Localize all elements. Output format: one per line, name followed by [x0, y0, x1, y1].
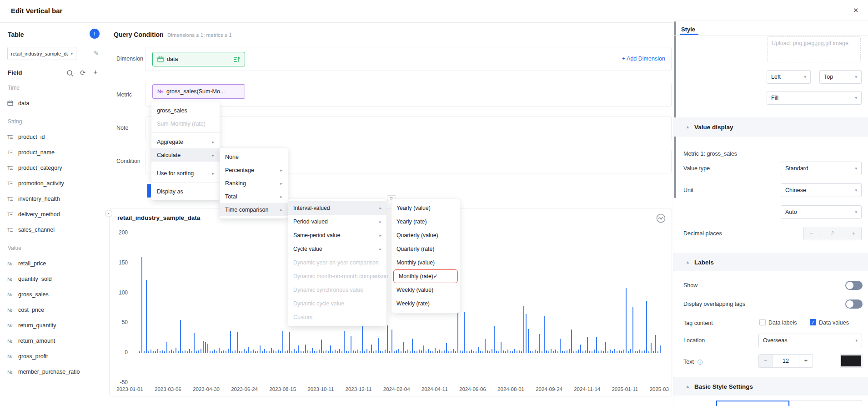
calendar-icon	[7, 100, 15, 107]
menu-item-weekly-rate-[interactable]: Weekly (rate)	[391, 297, 460, 310]
note-dropzone[interactable]	[146, 117, 672, 140]
number-field-icon: №	[7, 369, 15, 375]
decimal-places-stepper[interactable]: − 2 +	[803, 227, 862, 240]
number-field-icon: №	[7, 261, 15, 266]
menu-item-same-period-value[interactable]: Same-period value▸	[288, 228, 386, 242]
field-item-product_name[interactable]: TΞproduct_name	[0, 145, 107, 160]
bar	[562, 351, 563, 353]
add-table-button[interactable]: +	[90, 29, 100, 39]
field-item-return_amount[interactable]: №return_amount	[0, 333, 107, 349]
menu-item-use-for-sorting[interactable]: Use for sorting▸	[151, 167, 220, 180]
show-toggle[interactable]	[845, 281, 863, 290]
menu-item-calculate[interactable]: Calculate▸	[151, 148, 220, 162]
tab-style[interactable]: Style	[681, 26, 695, 33]
close-icon[interactable]: ✕	[853, 6, 859, 15]
stepper-plus-icon[interactable]: +	[799, 355, 813, 367]
stepper-plus-icon[interactable]: +	[846, 227, 861, 240]
stepper-minus-icon[interactable]: −	[804, 227, 819, 240]
text-size-stepper[interactable]: − 12 +	[758, 354, 813, 368]
menu-item-dynamic-year-on-year-comparison[interactable]: Dynamic year-on-year comparison	[288, 256, 386, 269]
stepper-minus-icon[interactable]: −	[759, 355, 773, 367]
field-item-product_category[interactable]: TΞproduct_category	[0, 160, 107, 176]
bar	[144, 351, 145, 353]
position-select-horizontal[interactable]: Left ▾	[767, 70, 811, 84]
menu-item-weekly-value-[interactable]: Weekly (value)	[391, 283, 460, 297]
table-select[interactable]: retail_industry_sample_dat ▾	[7, 47, 76, 60]
menu-item-monthly-rate-[interactable]: Monthly (rate)✓	[393, 269, 458, 283]
add-dimension-button[interactable]: + Add Dimension	[622, 56, 665, 62]
data-labels-checkbox[interactable]	[759, 319, 766, 325]
menu-item-percentage[interactable]: Percentage▸	[220, 163, 288, 177]
menu-item-yearly-value-[interactable]: Yearly (value)	[391, 201, 460, 215]
bar	[646, 301, 647, 353]
add-field-icon[interactable]: +	[93, 68, 98, 77]
section-value-display[interactable]: ▲ Value display	[673, 117, 868, 137]
menu-item-yearly-rate-[interactable]: Yearly (rate)	[391, 215, 460, 228]
menu-item-total[interactable]: Total▸	[220, 190, 288, 203]
menu-item-interval-valued[interactable]: Interval-valued▸	[288, 201, 386, 215]
menu-item-monthly-value-[interactable]: Monthly (value)	[391, 256, 460, 269]
field-item-data[interactable]: data	[0, 96, 107, 111]
field-item-cost_price[interactable]: №cost_price	[0, 302, 107, 318]
unit-mode-select[interactable]: Auto ▾	[781, 205, 862, 219]
position-select-vertical[interactable]: Top ▾	[819, 70, 862, 84]
fill-select[interactable]: Fill ▾	[767, 91, 862, 105]
field-item-delivery_method[interactable]: TΞdelivery_method	[0, 207, 107, 222]
metric-1-title: Metric 1: gross_sales	[683, 151, 737, 157]
menu-item-quarterly-value-[interactable]: Quarterly (value)	[391, 228, 460, 242]
collapse-panel-icon[interactable]: ▸	[105, 210, 112, 217]
bar	[612, 351, 613, 353]
menu-item-dynamic-synchronous-value[interactable]: Dynamic synchronous value	[288, 283, 386, 297]
text-label: Text	[683, 359, 694, 365]
edit-table-icon[interactable]: ✎	[94, 50, 99, 57]
menu-item-none[interactable]: None	[220, 150, 288, 163]
menu-item-aggregate[interactable]: Aggregate▸	[151, 135, 220, 148]
menu-item-quarterly-rate-[interactable]: Quarterly (rate)	[391, 242, 460, 256]
bar	[160, 351, 161, 353]
bar	[619, 350, 620, 353]
value-type-select[interactable]: Standard ▾	[781, 162, 862, 175]
text-color-swatch[interactable]	[840, 354, 863, 368]
field-item-retail_price[interactable]: №retail_price	[0, 256, 107, 271]
upload-area[interactable]: Upload: png,jpeg,jpg,gif image	[767, 36, 861, 62]
field-item-label: promotion_activity	[18, 180, 64, 187]
field-item-gross_sales[interactable]: №gross_sales	[0, 287, 107, 302]
section-labels[interactable]: ▲ Labels	[673, 253, 868, 271]
menu-item-cycle-value[interactable]: Cycle value▸	[288, 242, 386, 256]
search-icon[interactable]	[66, 70, 74, 78]
menu-item-dynamic-month-on-month-comparison[interactable]: Dynamic month-on-month comparison	[288, 269, 386, 283]
refresh-icon[interactable]: ⟳	[80, 69, 86, 77]
menu-item-custom[interactable]: Custom	[288, 310, 386, 324]
menu-item-sum-monthly-rate-[interactable]: Sum-Monthly (rate)	[151, 117, 220, 130]
field-item-return_quantity[interactable]: №return_quantity	[0, 318, 107, 333]
field-item-gross_profit[interactable]: №gross_profit	[0, 349, 107, 364]
menu-item-dynamic-cycle-value[interactable]: Dynamic cycle value	[288, 297, 386, 310]
bar	[360, 351, 361, 353]
field-item-inventory_health[interactable]: TΞinventory_health	[0, 191, 107, 207]
bar	[462, 351, 463, 353]
menu-item-period-valued[interactable]: Period-valued▸	[288, 215, 386, 228]
field-item-product_id[interactable]: TΞproduct_id	[0, 129, 107, 145]
field-item-quantity_sold[interactable]: №quantity_sold	[0, 271, 107, 287]
data-values-checkbox[interactable]: ✓	[810, 319, 816, 325]
unit-select[interactable]: Chinese ▾	[781, 183, 862, 197]
menu-item-time-comparison[interactable]: Time comparison▸	[220, 203, 288, 216]
bar-style-segment[interactable]	[789, 401, 862, 406]
chart-type-icon[interactable]	[656, 213, 666, 224]
metric-chip[interactable]: № gross_sales(Sum-Mo...	[152, 84, 245, 99]
menu-item-ranking[interactable]: Ranking▸	[220, 177, 288, 190]
dimension-chip[interactable]: data	[152, 52, 245, 66]
overlap-toggle[interactable]	[845, 299, 863, 309]
field-item-member_purchase_ratio[interactable]: №member_purchase_ratio	[0, 364, 107, 380]
section-basic-style[interactable]: ▲ Basic Style Settings	[673, 377, 868, 396]
bar-style-segment-selected[interactable]	[716, 401, 789, 406]
field-item-promotion_activity[interactable]: TΞpromotion_activity	[0, 176, 107, 191]
panel-scrollbar[interactable]	[674, 21, 676, 198]
menu-item-display-as[interactable]: Display as	[151, 185, 220, 198]
location-select[interactable]: Overseas ▾	[758, 334, 862, 347]
menu-item-gross-sales[interactable]: gross_sales	[151, 104, 220, 117]
y-axis-tick: 200	[113, 229, 128, 236]
bar	[246, 351, 247, 353]
field-item-sales_channel[interactable]: TΞsales_channel	[0, 222, 107, 238]
menu-item-label: Cycle value	[293, 246, 322, 252]
